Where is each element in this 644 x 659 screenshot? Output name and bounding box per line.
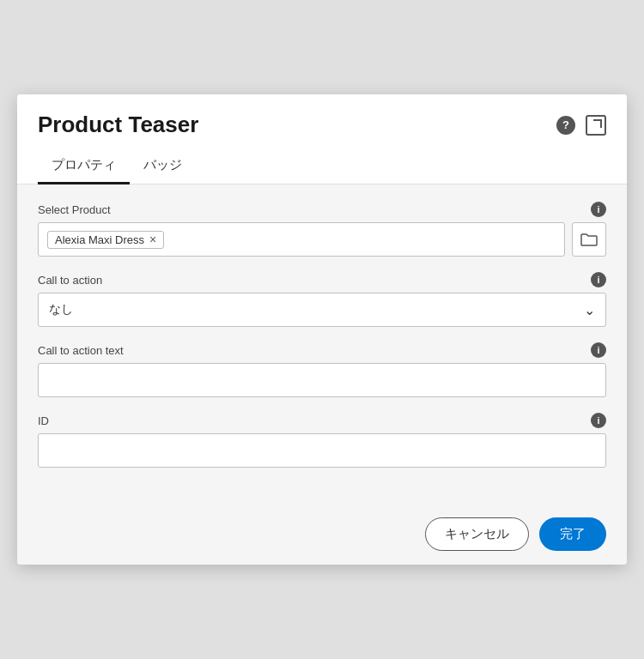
id-input[interactable] xyxy=(38,433,606,468)
call-to-action-info-icon[interactable]: i xyxy=(591,272,606,287)
select-product-label-row: Select Product i xyxy=(38,202,606,217)
product-tag-label: Alexia Maxi Dress xyxy=(55,233,144,246)
title-icons: ? xyxy=(556,115,606,136)
tabs: プロパティ バッジ xyxy=(38,148,606,184)
select-product-info-icon[interactable]: i xyxy=(591,202,606,217)
dialog-footer: キャンセル 完了 xyxy=(17,504,627,565)
cancel-button[interactable]: キャンセル xyxy=(425,517,529,551)
product-tag-remove[interactable]: × xyxy=(149,233,156,245)
title-row: Product Teaser ? xyxy=(38,112,606,148)
done-button[interactable]: 完了 xyxy=(539,517,606,551)
product-tag: Alexia Maxi Dress × xyxy=(47,231,164,249)
call-to-action-text-field: Call to action text i xyxy=(38,342,606,397)
call-to-action-field: Call to action i なし ⌄ xyxy=(38,272,606,327)
call-to-action-text-input[interactable] xyxy=(38,363,606,397)
folder-button[interactable] xyxy=(572,222,606,257)
id-field: ID i xyxy=(38,413,606,468)
chevron-down-icon: ⌄ xyxy=(584,302,595,318)
expand-icon[interactable] xyxy=(586,115,606,136)
id-label-row: ID i xyxy=(38,413,606,428)
tab-properties[interactable]: プロパティ xyxy=(38,148,130,184)
call-to-action-label: Call to action xyxy=(38,274,102,287)
dialog-header: Product Teaser ? プロパティ バッジ xyxy=(17,94,627,184)
call-to-action-value: なし xyxy=(49,302,73,317)
call-to-action-text-info-icon[interactable]: i xyxy=(591,342,606,358)
call-to-action-select[interactable]: なし ⌄ xyxy=(38,293,606,327)
help-icon[interactable]: ? xyxy=(556,116,575,135)
id-info-icon[interactable]: i xyxy=(591,413,606,428)
select-product-input-row: Alexia Maxi Dress × xyxy=(38,222,606,257)
call-to-action-label-row: Call to action i xyxy=(38,272,606,287)
dialog-title: Product Teaser xyxy=(38,112,198,138)
folder-icon xyxy=(580,233,598,246)
dialog-body: Select Product i Alexia Maxi Dress × xyxy=(17,184,627,504)
product-teaser-dialog: Product Teaser ? プロパティ バッジ Select Produc… xyxy=(17,94,627,565)
tab-badge[interactable]: バッジ xyxy=(130,148,196,184)
call-to-action-text-label-row: Call to action text i xyxy=(38,342,606,358)
select-product-field: Select Product i Alexia Maxi Dress × xyxy=(38,202,606,257)
call-to-action-text-label: Call to action text xyxy=(38,344,124,357)
select-product-tag-input[interactable]: Alexia Maxi Dress × xyxy=(38,222,565,257)
select-product-label: Select Product xyxy=(38,203,111,216)
id-label: ID xyxy=(38,414,49,427)
